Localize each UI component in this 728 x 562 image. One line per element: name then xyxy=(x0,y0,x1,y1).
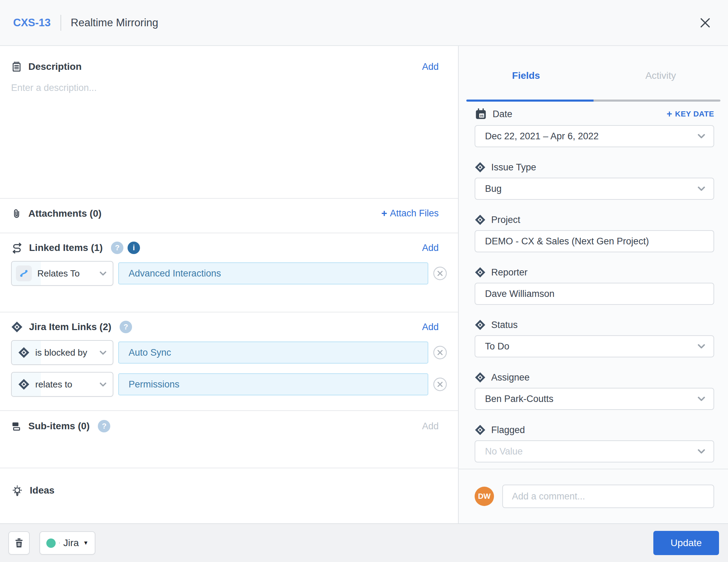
help-icon[interactable]: ? xyxy=(120,321,132,333)
ideas-title: Ideas xyxy=(30,485,55,496)
linked-item-row: Relates To Advanced Interactions xyxy=(11,261,448,286)
ideas-section: Ideas xyxy=(0,468,458,523)
remove-icon xyxy=(433,266,447,281)
update-button[interactable]: Update xyxy=(653,531,719,555)
jira-link-chip[interactable]: Auto Sync xyxy=(118,341,428,364)
project-value: DEMO - CX & Sales (Next Gen Project) xyxy=(485,236,649,247)
field-status: Status To Do xyxy=(475,319,714,357)
reporter-field: Dave Williamson xyxy=(475,283,714,305)
tab-activity[interactable]: Activity xyxy=(594,46,728,102)
field-label: Flagged xyxy=(491,425,525,435)
sub-items-title: Sub-items (0) xyxy=(28,421,90,432)
remove-icon xyxy=(433,345,447,360)
relation-type-dropdown[interactable]: Relates To xyxy=(11,261,113,286)
field-reporter: Reporter Dave Williamson xyxy=(475,267,714,305)
caret-down-icon: ▼ xyxy=(83,540,88,546)
jira-icon xyxy=(475,424,486,435)
jira-integration-button[interactable]: Jira ▼ xyxy=(39,531,95,555)
jira-relation-dropdown[interactable]: is blocked by xyxy=(11,340,113,365)
linked-items-title-wrap: Linked Items (1) xyxy=(11,242,103,254)
jira-links-title: Jira Item Links (2) xyxy=(29,321,111,332)
chevron-down-icon xyxy=(698,396,705,401)
help-icon[interactable]: ? xyxy=(98,420,110,432)
tab-underline-active xyxy=(466,100,594,102)
ideas-title-wrap: Ideas xyxy=(11,484,55,497)
chevron-down-icon xyxy=(698,186,705,191)
issue-type-select[interactable]: Bug xyxy=(475,178,714,200)
jira-relation-dropdown[interactable]: relates to xyxy=(11,372,113,397)
assignee-select[interactable]: Ben Park-Coutts xyxy=(475,388,714,410)
remove-jira-link-button[interactable] xyxy=(432,377,448,392)
relates-to-icon xyxy=(16,265,32,281)
project-field: DEMO - CX & Sales (Next Gen Project) xyxy=(475,230,714,252)
date-value: Dec 22, 2021 – Apr 6, 2022 xyxy=(485,131,599,142)
description-add-link[interactable]: Add xyxy=(422,62,448,72)
linked-items-icon xyxy=(11,242,23,254)
jira-icon xyxy=(475,214,486,225)
description-title-wrap: Description xyxy=(11,61,82,72)
flagged-value: No Value xyxy=(485,446,523,457)
assignee-value: Ben Park-Coutts xyxy=(485,394,553,404)
field-date: 05 Date + KEY DATE Dec 22, 2021 – Apr 6,… xyxy=(475,108,714,147)
jira-links-add-link[interactable]: Add xyxy=(422,322,448,332)
key-date-link[interactable]: + KEY DATE xyxy=(667,110,715,119)
close-button[interactable] xyxy=(696,13,715,32)
panel-tabs: Fields Activity xyxy=(459,46,728,102)
field-label: Date xyxy=(493,109,512,120)
comment-section: DW xyxy=(459,469,728,523)
fields-list: 05 Date + KEY DATE Dec 22, 2021 – Apr 6,… xyxy=(459,102,728,469)
jira-link-row: relates to Permissions xyxy=(11,372,448,397)
field-label: Project xyxy=(491,215,520,225)
status-select[interactable]: To Do xyxy=(475,335,714,357)
plus-icon: + xyxy=(381,208,387,219)
tab-fields[interactable]: Fields xyxy=(459,46,594,102)
tab-underline xyxy=(466,100,720,102)
description-placeholder[interactable]: Enter a description... xyxy=(11,83,448,93)
fields-panel: Fields Activity 05 xyxy=(458,46,728,523)
issue-type-value: Bug xyxy=(485,184,502,194)
field-label: Reporter xyxy=(491,267,528,278)
date-select[interactable]: Dec 22, 2021 – Apr 6, 2022 xyxy=(475,125,714,147)
avatar: DW xyxy=(475,487,494,506)
jira-icon xyxy=(18,378,30,390)
chevron-down-icon xyxy=(698,449,705,454)
jira-icon xyxy=(475,162,486,173)
info-icon[interactable]: i xyxy=(128,242,140,254)
sync-status-dot xyxy=(46,538,56,548)
modal-footer: Jira ▼ Update xyxy=(0,523,728,562)
delete-button[interactable] xyxy=(8,531,30,555)
jira-icon xyxy=(18,347,30,358)
jira-links-title-wrap: Jira Item Links (2) xyxy=(11,321,111,333)
comment-input[interactable] xyxy=(502,485,714,508)
chevron-down-icon xyxy=(698,344,705,349)
left-panel: Description Add Enter a description... A… xyxy=(0,46,458,523)
flagged-select[interactable]: No Value xyxy=(475,440,714,462)
field-flagged: Flagged No Value xyxy=(475,424,714,462)
sub-items-icon xyxy=(11,421,22,432)
linked-item-chip[interactable]: Advanced Interactions xyxy=(118,262,428,284)
linked-items-add-link[interactable]: Add xyxy=(422,243,448,253)
field-issue-type: Issue Type Bug xyxy=(475,162,714,200)
remove-jira-link-button[interactable] xyxy=(432,345,448,360)
reporter-value: Dave Williamson xyxy=(485,289,554,299)
remove-linked-item-button[interactable] xyxy=(432,266,448,281)
issue-detail-modal: CXS-13 Realtime Mirroring Description xyxy=(0,0,728,562)
description-title: Description xyxy=(28,61,82,72)
attach-files-link[interactable]: + Attach Files xyxy=(381,208,448,219)
jira-icon xyxy=(11,321,23,333)
ideas-lightbulb-icon xyxy=(11,484,24,497)
description-icon xyxy=(11,61,22,72)
jira-item-links-section: Jira Item Links (2) ? Add is blocked by … xyxy=(0,312,458,410)
jira-link-row: is blocked by Auto Sync xyxy=(11,340,448,365)
field-label: Assignee xyxy=(491,372,530,383)
header-divider xyxy=(60,15,61,31)
help-icon[interactable]: ? xyxy=(111,242,123,254)
jira-button-label: Jira xyxy=(63,537,79,549)
issue-key-link[interactable]: CXS-13 xyxy=(13,17,51,29)
close-icon xyxy=(698,16,712,30)
sub-items-section: Sub-items (0) ? Add xyxy=(0,410,458,468)
jira-link-chip[interactable]: Permissions xyxy=(118,373,428,395)
calendar-icon: 05 xyxy=(475,108,487,120)
field-assignee: Assignee Ben Park-Coutts xyxy=(475,372,714,410)
modal-header: CXS-13 Realtime Mirroring xyxy=(0,0,728,46)
